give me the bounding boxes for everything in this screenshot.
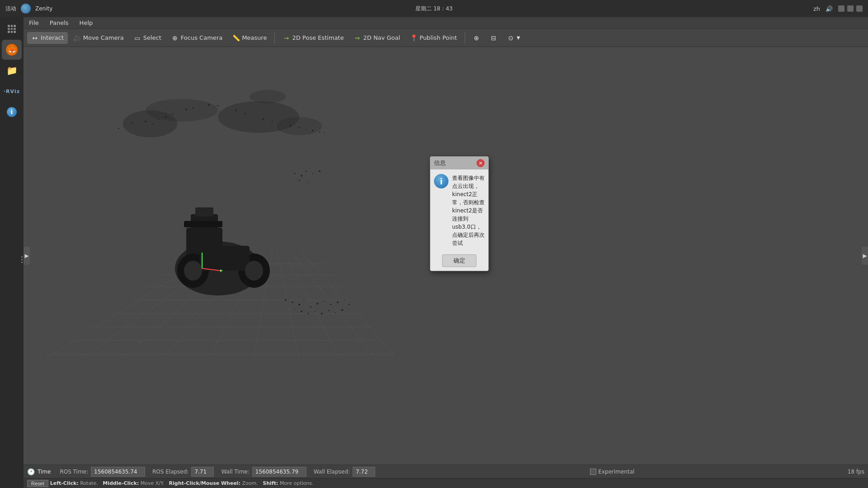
svg-point-66 (330, 304, 332, 305)
sidebar-rviz-icon[interactable]: ·RViz (2, 81, 22, 101)
rviz-logo-text: ·RViz (4, 89, 20, 94)
fps-counter: 18 fps (848, 469, 864, 475)
menu-file[interactable]: File (27, 19, 41, 27)
svg-point-56 (319, 170, 321, 172)
svg-point-47 (299, 127, 300, 128)
svg-point-45 (281, 123, 282, 124)
menu-help[interactable]: Help (78, 19, 95, 27)
wall-time-label: Wall Time: (221, 469, 249, 475)
svg-point-75 (328, 310, 330, 311)
zoom-in-button[interactable]: ⊕ (469, 32, 484, 44)
zoom-more-button[interactable]: ⊙ ▼ (503, 32, 524, 44)
ros-elapsed-value[interactable]: 7.71 (191, 467, 214, 477)
maximize-btn[interactable] (847, 5, 854, 12)
experimental-group: Experimental (590, 469, 634, 475)
help-bar: Reset Left-Click: Rotate. Middle-Click: … (24, 478, 868, 488)
reset-button[interactable]: Reset (27, 480, 48, 487)
ros-time-label: ROS Time: (60, 469, 88, 475)
sidebar-files-icon[interactable]: 📁 (2, 61, 22, 80)
dialog-close-button[interactable]: ✕ (476, 159, 485, 167)
system-bar: 活动 Zenity 星期二 18：43 zh 🔊 (0, 0, 868, 17)
toolbar-sep-1 (274, 33, 275, 43)
volume-icon[interactable]: 🔊 (826, 5, 833, 12)
publish-point-label: Publish Point (420, 34, 457, 41)
svg-point-23 (250, 90, 286, 103)
ros-time-group: ROS Time: 1560854635.74 (60, 467, 145, 477)
help-text: Left-Click: Rotate. Middle-Click: Move X… (50, 480, 314, 486)
wall-elapsed-value[interactable]: 7.72 (353, 467, 375, 477)
move-camera-icon: 🎥 (74, 34, 81, 42)
nav-goal-label: 2D Nav Goal (363, 34, 400, 41)
publish-point-icon: 📍 (410, 34, 417, 42)
dialog-footer: 确定 (430, 251, 488, 271)
zoom-dropdown-arrow: ▼ (517, 35, 520, 40)
move-camera-button[interactable]: 🎥 Move Camera (70, 32, 128, 44)
experimental-checkbox[interactable] (590, 469, 596, 475)
time-label: Time (38, 469, 51, 475)
svg-point-27 (138, 124, 139, 125)
info-icon-graphic: i (7, 107, 17, 117)
app-grid-graphic (8, 25, 16, 33)
clock-icon: 🕐 (27, 468, 35, 475)
zenity-app-icon[interactable] (21, 4, 31, 14)
interact-button[interactable]: ↔ Interact (27, 32, 68, 44)
svg-point-69 (349, 304, 350, 305)
app-grid-icon[interactable] (2, 19, 22, 39)
toolbar: ↔ Interact 🎥 Move Camera ▭ Select ⊕ Focu… (24, 29, 868, 47)
publish-point-button[interactable]: 📍 Publish Point (406, 32, 461, 44)
sidebar-info-icon[interactable]: i (2, 102, 22, 122)
svg-point-28 (145, 121, 146, 122)
viewport-collapse-left[interactable]: ▶ (24, 247, 30, 265)
svg-point-76 (335, 312, 336, 313)
svg-point-22 (277, 117, 322, 135)
zoom-fit-button[interactable]: ⊟ (486, 32, 501, 44)
right-click-label: Right-Click/Mouse Wheel: (169, 480, 241, 486)
pose-estimate-button[interactable]: → 2D Pose Estimate (278, 32, 348, 44)
svg-point-50 (319, 131, 321, 133)
svg-point-61 (298, 304, 300, 305)
dialog-title: 信息 (434, 159, 446, 167)
svg-point-64 (316, 303, 318, 305)
sidebar-firefox-icon[interactable]: 🦊 (2, 40, 22, 60)
select-button[interactable]: ▭ Select (130, 32, 165, 44)
info-dialog[interactable]: 信息 ✕ i 查看图像中有点云出现，kinect2正常，否则检查kinect2是… (430, 156, 489, 271)
measure-button[interactable]: 📏 Measure (228, 32, 271, 44)
wall-time-value[interactable]: 1560854635.79 (252, 467, 307, 477)
svg-point-62 (303, 300, 304, 300)
svg-point-51 (324, 132, 325, 133)
sidebar-collapse-handle[interactable] (20, 253, 24, 266)
svg-point-74 (321, 313, 323, 314)
minimize-btn[interactable] (838, 5, 844, 12)
svg-point-53 (301, 175, 302, 177)
measure-icon: 📏 (232, 34, 240, 42)
svg-point-26 (132, 122, 133, 124)
close-btn[interactable] (856, 5, 863, 12)
dialog-title-bar: 信息 ✕ (430, 157, 488, 169)
svg-point-49 (312, 130, 314, 131)
zoom-fit-icon: ⊟ (490, 34, 497, 42)
focus-camera-button[interactable]: ⊕ Focus Camera (167, 32, 226, 44)
nav-goal-button[interactable]: ⇒ 2D Nav Goal (349, 32, 404, 44)
svg-point-52 (294, 173, 296, 174)
menu-panels[interactable]: Panels (48, 19, 71, 27)
svg-point-67 (337, 301, 339, 303)
dialog-message: 查看图像中有点云出现，kinect2正常，否则检查kinect2是否连接到usb… (452, 174, 485, 247)
activity-label[interactable]: 活动 (5, 5, 16, 13)
svg-point-60 (292, 302, 293, 303)
datetime-text: 星期二 18：43 (415, 5, 453, 13)
svg-point-68 (344, 300, 345, 300)
svg-point-34 (185, 108, 187, 110)
viewport-collapse-right[interactable]: ▶ (862, 247, 868, 265)
svg-point-31 (165, 116, 167, 118)
left-click-label: Left-Click: (50, 480, 79, 486)
dialog-ok-button[interactable]: 确定 (442, 254, 476, 267)
system-bar-right: zh 🔊 (813, 5, 863, 12)
svg-point-46 (289, 125, 291, 127)
svg-point-54 (306, 171, 307, 172)
svg-rect-81 (195, 207, 213, 216)
ros-time-value[interactable]: 1560854635.74 (91, 467, 145, 477)
lang-indicator[interactable]: zh (813, 5, 820, 12)
shift-label: Shift: (263, 480, 278, 486)
experimental-label: Experimental (598, 469, 634, 475)
svg-point-70 (294, 309, 295, 310)
